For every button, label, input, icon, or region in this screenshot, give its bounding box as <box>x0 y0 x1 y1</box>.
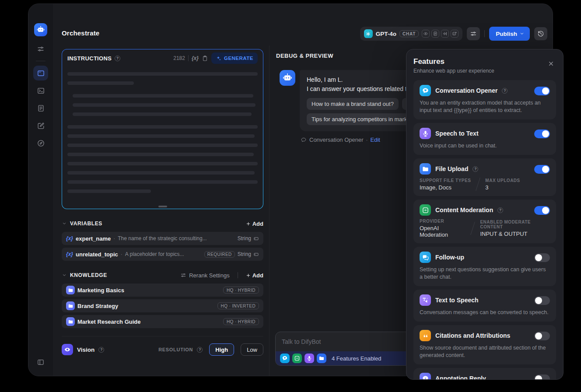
chevron-down-icon[interactable] <box>62 273 67 278</box>
annotation-icon <box>37 122 45 130</box>
help-icon[interactable] <box>502 88 508 94</box>
text-skeleton-line <box>67 134 255 138</box>
vision-section: Vision RESOLUTION High Low <box>62 343 263 356</box>
opener-label: Conversation Opener <box>309 136 364 143</box>
model-params-icon[interactable] <box>467 27 480 40</box>
close-icon[interactable] <box>546 58 556 69</box>
sidebar-item-logs[interactable] <box>33 101 48 116</box>
folder-icon <box>420 163 431 175</box>
document-capability-icon <box>431 30 439 38</box>
sidebar-item-terminal[interactable] <box>33 83 48 98</box>
resolution-label: RESOLUTION <box>158 347 193 352</box>
knowledge-row[interactable]: Brand Strategy HQ · INVERTED <box>62 299 263 312</box>
sidebar-item-annotation[interactable] <box>33 118 48 133</box>
add-knowledge-button[interactable]: Add <box>246 272 263 279</box>
rerank-settings-button[interactable]: Rerank Settings <box>180 272 230 279</box>
feature-toggle[interactable] <box>534 165 550 174</box>
feature-toggle[interactable] <box>534 332 550 340</box>
resize-handle[interactable] <box>158 206 167 207</box>
feature-toggle[interactable] <box>534 253 550 262</box>
collapse-sidebar-icon[interactable] <box>34 356 47 369</box>
chat-heart-icon[interactable] <box>280 354 290 363</box>
dataset-folder-icon <box>66 317 75 326</box>
vision-resolution-high[interactable]: High <box>209 343 234 356</box>
column-divider <box>269 46 270 376</box>
edit-opener-link[interactable]: Edit <box>371 136 380 143</box>
variable-row[interactable]: {x} expert_name · The name of the strate… <box>62 232 263 245</box>
chat-bubble-icon <box>301 137 307 143</box>
feature-name: Speech to Text <box>435 130 479 137</box>
feature-toggle[interactable] <box>534 130 550 138</box>
suggestion-chip[interactable]: How to make a brand stand out? <box>307 98 399 110</box>
publish-button[interactable]: Publish <box>489 27 530 41</box>
sidebar-item-monitoring[interactable] <box>33 136 48 150</box>
feature-card: Annotation Reply You can manually add hi… <box>413 368 556 380</box>
vision-resolution-low[interactable]: Low <box>241 343 263 356</box>
meta-value: INPUT & OUTPUT <box>480 231 550 237</box>
version-history-icon[interactable] <box>534 27 547 40</box>
knowledge-header: KNOWLEDGE Rerank Settings Add <box>62 270 263 281</box>
features-panel-title: Features <box>413 57 556 66</box>
rail-divider <box>36 61 46 61</box>
feature-toggle[interactable] <box>534 374 550 380</box>
folder-icon[interactable] <box>317 354 326 363</box>
mic-icon[interactable] <box>304 354 314 363</box>
feature-toggle[interactable] <box>534 87 550 95</box>
eye-icon <box>62 344 73 355</box>
feature-toggle[interactable] <box>534 296 550 305</box>
features-panel: Features Enhance web app user experience… <box>406 49 564 380</box>
enabled-feature-icons <box>280 354 326 363</box>
instructions-panel[interactable]: INSTRUCTIONS 2182 {x} GENERATE <box>62 49 263 209</box>
feature-card: File Upload SUPPORT FILE TYPES Image, Do… <box>413 158 556 196</box>
feature-meta: SUPPORT FILE TYPES Image, Docs MAX UPLOA… <box>420 178 550 191</box>
plus-icon <box>246 221 251 226</box>
variable-type: String <box>238 251 259 257</box>
field-icon <box>253 236 259 242</box>
bot-avatar <box>280 70 295 86</box>
generate-button[interactable]: GENERATE <box>211 52 258 64</box>
dataset-folder-icon <box>66 286 75 294</box>
variable-row[interactable]: {x} unrelated_topic · A placeholder for … <box>62 248 263 261</box>
app-logo[interactable] <box>34 23 47 36</box>
feature-name: File Upload <box>435 165 468 172</box>
chevron-down-icon[interactable] <box>62 221 67 226</box>
meta-label: PROVIDER <box>420 219 466 224</box>
feature-name: Citations and Attributions <box>435 332 510 339</box>
page-title: Orchestrate <box>62 29 99 37</box>
help-icon[interactable] <box>472 166 478 172</box>
moderation-icon[interactable] <box>292 354 302 363</box>
plus-icon <box>246 273 251 278</box>
knowledge-row[interactable]: Market Research Guide HQ · HYBRID <box>62 315 263 328</box>
add-variable-button[interactable]: Add <box>246 220 263 227</box>
terminal-icon <box>37 87 45 95</box>
quote-icon <box>420 330 431 341</box>
text-skeleton-line <box>73 103 256 107</box>
dataset-badge: HQ · HYBRID <box>223 287 259 294</box>
dataset-badge: HQ · INVERTED <box>217 302 259 309</box>
topbar-actions: GPT-4o CHAT <box>360 27 547 41</box>
help-icon[interactable] <box>115 56 120 61</box>
knowledge-row[interactable]: Marketing Basics HQ · HYBRID <box>62 284 263 297</box>
features-enabled-label: 4 Features Enabled <box>332 355 381 362</box>
chat-double-icon <box>420 252 431 263</box>
rail-nav <box>33 66 48 153</box>
copy-icon[interactable] <box>202 55 208 62</box>
help-icon[interactable] <box>98 347 104 353</box>
model-selector[interactable]: GPT-4o CHAT <box>360 27 463 41</box>
variables-list: {x} expert_name · The name of the strate… <box>62 232 263 261</box>
help-icon[interactable] <box>497 207 503 213</box>
model-settings-icon[interactable] <box>34 42 47 56</box>
feature-toggle[interactable] <box>534 206 550 215</box>
dataset-name: Market Research Guide <box>77 318 220 325</box>
vision-capability-icon <box>422 30 430 38</box>
instructions-title: INSTRUCTIONS <box>67 55 112 62</box>
text-skeleton-line <box>67 144 258 147</box>
orchestrate-icon <box>37 69 45 77</box>
insert-variable-button[interactable]: {x} <box>192 55 199 61</box>
text-skeleton-line <box>73 94 253 98</box>
help-icon[interactable] <box>197 347 203 353</box>
instructions-text[interactable] <box>62 67 263 193</box>
feature-description: Conversation messages can be converted t… <box>420 309 550 316</box>
sidebar-item-orchestrate[interactable] <box>33 66 48 80</box>
chevron-down-icon <box>519 31 525 36</box>
